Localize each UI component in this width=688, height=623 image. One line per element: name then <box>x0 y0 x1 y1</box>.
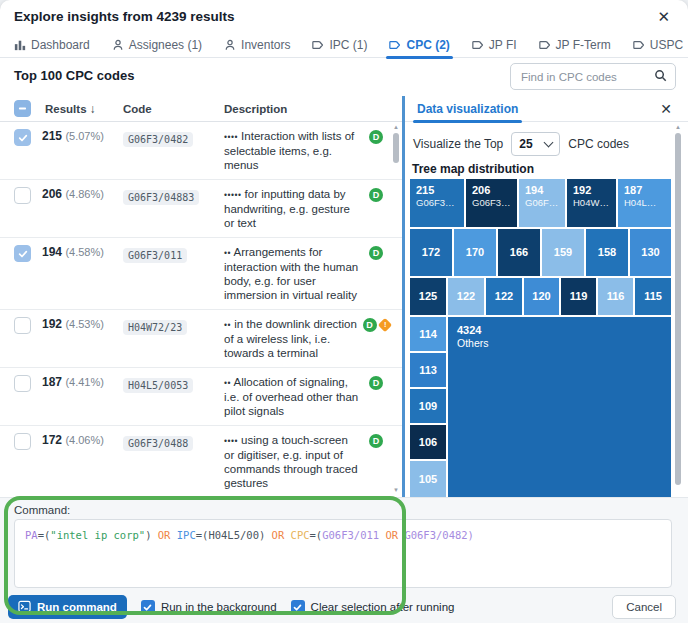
tab-jp-f-term[interactable]: JP F-Term <box>539 32 611 58</box>
table-row[interactable]: 206 (4.86%) G06F3/04883 ••••• for inputt… <box>0 180 402 238</box>
column-description[interactable]: Description <box>224 103 287 115</box>
row-checkbox[interactable] <box>14 129 31 146</box>
scroll-up-icon[interactable]: ▲ <box>393 124 399 130</box>
treemap-node[interactable]: 125 <box>410 278 446 315</box>
treemap-node-others[interactable]: 4324Others <box>448 317 671 497</box>
result-pct: (4.41%) <box>65 376 104 388</box>
result-count: 206 <box>42 187 62 201</box>
search-icon[interactable] <box>654 68 667 86</box>
cpc-code[interactable]: H04W72/23 <box>123 320 187 335</box>
treemap-node[interactable]: 119 <box>561 278 596 315</box>
treemap-node[interactable]: 166 <box>498 229 540 276</box>
table-row[interactable]: 172 (4.06%) G06F3/0488 •••• using a touc… <box>0 426 402 497</box>
viz-scrollbar[interactable] <box>675 133 681 485</box>
terminal-icon <box>18 600 31 615</box>
result-count: 192 <box>42 317 62 331</box>
treemap-node[interactable]: 105 <box>410 461 446 497</box>
command-input[interactable]: PA=("intel ip corp") OR IPC=(H04L5/00) O… <box>14 519 672 588</box>
treemap-node[interactable]: 206G06F3… <box>466 179 517 227</box>
tab-jp-fi[interactable]: JP FI <box>472 32 517 58</box>
table-row[interactable]: 215 (5.07%) G06F3/0482 •••• Interaction … <box>0 122 402 180</box>
visualize-top-label: Visualize the Top <box>413 137 503 151</box>
treemap-node[interactable]: 170 <box>454 229 496 276</box>
treemap-node[interactable]: 187H04L… <box>618 179 671 227</box>
tab-assignees[interactable]: Assignees (1) <box>112 32 202 58</box>
toolbar: Top 100 CPC codes <box>0 58 688 96</box>
tag-icon <box>633 39 645 51</box>
definition-icon[interactable]: D <box>369 130 383 144</box>
tab-uspc[interactable]: USPC <box>633 32 683 58</box>
tab-label: Inventors <box>241 38 290 52</box>
scroll-down-icon[interactable]: ▼ <box>393 487 399 493</box>
cpc-code[interactable]: G06F3/0488 <box>123 436 193 451</box>
row-checkbox[interactable] <box>14 187 31 204</box>
depth-bullets: •• <box>224 378 231 388</box>
tag-icon <box>312 39 324 51</box>
treemap-node[interactable]: 114 <box>410 317 446 351</box>
definition-icon[interactable]: D <box>369 376 383 390</box>
depth-bullets: •••• <box>224 436 238 446</box>
explore-insights-dialog: Explore insights from 4239 results ✕ Das… <box>0 0 688 623</box>
chevron-down-icon <box>544 138 554 148</box>
select-all-checkbox[interactable] <box>14 100 31 117</box>
treemap-node[interactable]: 113 <box>410 353 446 387</box>
result-count: 187 <box>42 375 62 389</box>
cpc-code[interactable]: G06F3/011 <box>123 248 187 263</box>
treemap-node[interactable]: 106 <box>410 425 446 459</box>
treemap-node[interactable]: 172 <box>410 229 452 276</box>
cpc-code[interactable]: G06F3/0482 <box>123 132 193 147</box>
top-n-select[interactable]: 25 <box>511 132 560 156</box>
treemap-node[interactable]: 109 <box>410 389 446 423</box>
tab-cpc[interactable]: CPC (2) <box>389 32 449 58</box>
sort-desc-icon[interactable]: ↓ <box>90 102 96 116</box>
close-visualization-icon[interactable]: ✕ <box>658 99 674 119</box>
tab-label: IPC (1) <box>329 38 367 52</box>
result-count: 215 <box>42 129 62 143</box>
tab-bar: Dashboard Assignees (1) Inventors IPC (1… <box>0 32 688 58</box>
checkbox-checked[interactable] <box>141 600 155 614</box>
clear-selection-option[interactable]: Clear selection after running <box>291 600 455 614</box>
person-icon <box>224 39 236 51</box>
table-row[interactable]: 187 (4.41%) H04L5/0053 •• Allocation of … <box>0 368 402 426</box>
treemap-node[interactable]: 158 <box>586 229 628 276</box>
definition-icon[interactable]: D <box>369 434 383 448</box>
treemap-node[interactable]: 122 <box>486 278 522 315</box>
definition-icon[interactable]: D <box>363 318 377 332</box>
column-results[interactable]: Results <box>45 103 87 115</box>
table-row[interactable]: 194 (4.58%) G06F3/011 •• Arrangements fo… <box>0 238 402 310</box>
row-checkbox[interactable] <box>14 245 31 262</box>
treemap-node[interactable]: 192H04W… <box>567 179 616 227</box>
treemap-node[interactable]: 122 <box>448 278 484 315</box>
treemap-node[interactable]: 130 <box>630 229 671 276</box>
treemap-node[interactable]: 194G06F… <box>519 179 565 227</box>
treemap-node[interactable]: 116 <box>598 278 633 315</box>
tab-ipc[interactable]: IPC (1) <box>312 32 367 58</box>
close-icon[interactable]: ✕ <box>655 7 672 26</box>
column-code[interactable]: Code <box>123 103 224 115</box>
checkbox-checked[interactable] <box>291 600 305 614</box>
table-row[interactable]: 192 (4.53%) H04W72/23 •• in the downlink… <box>0 310 402 368</box>
run-command-button[interactable]: Run command <box>8 595 127 619</box>
tab-dashboard[interactable]: Dashboard <box>14 32 90 58</box>
definition-icon[interactable]: D <box>369 246 383 260</box>
tab-data-visualization[interactable]: Data visualization <box>417 96 518 122</box>
run-in-background-option[interactable]: Run in the background <box>141 600 277 614</box>
cancel-button[interactable]: Cancel <box>612 595 676 619</box>
person-icon <box>112 39 124 51</box>
definition-icon[interactable]: D <box>369 188 383 202</box>
treemap-node[interactable]: 120 <box>524 278 559 315</box>
row-checkbox[interactable] <box>14 433 31 450</box>
warning-icon[interactable]: ! <box>377 318 391 332</box>
cpc-code[interactable]: H04L5/0053 <box>123 378 193 393</box>
table-scrollbar[interactable] <box>393 133 399 163</box>
treemap: 215G06F3… 206G06F3… 194G06F… 192H04W… 18… <box>410 179 671 497</box>
treemap-node[interactable]: 159 <box>542 229 584 276</box>
treemap-node[interactable]: 215G06F3… <box>410 179 464 227</box>
scroll-up-icon[interactable]: ▲ <box>675 124 681 130</box>
row-checkbox[interactable] <box>14 317 31 334</box>
cpc-code[interactable]: G06F3/04883 <box>123 190 199 205</box>
tab-inventors[interactable]: Inventors <box>224 32 290 58</box>
row-checkbox[interactable] <box>14 375 31 392</box>
search-input[interactable] <box>519 70 654 84</box>
treemap-node[interactable]: 115 <box>635 278 671 315</box>
